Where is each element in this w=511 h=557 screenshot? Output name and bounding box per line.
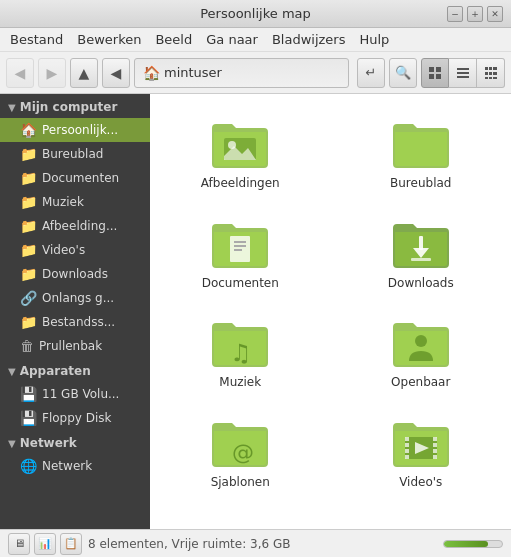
sidebar-item-files-label: Bestandss... (42, 315, 115, 329)
folder-icon-sjablonen: @ (208, 415, 272, 471)
files-icon: 📁 (20, 314, 37, 330)
sidebar-item-desktop[interactable]: 📁 Bureublad (0, 142, 150, 166)
sidebar-item-network[interactable]: 🌐 Netwerk (0, 454, 150, 478)
maximize-button[interactable]: + (467, 6, 483, 22)
file-label-sjablonen: Sjablonen (211, 475, 270, 491)
chevron-devices-icon: ▼ (8, 366, 16, 377)
trash-icon: 🗑 (20, 338, 34, 354)
svg-rect-1 (436, 67, 441, 72)
sidebar-item-vol1[interactable]: 💾 11 GB Volu... (0, 382, 150, 406)
file-item-bureublad[interactable]: Bureublad (371, 110, 471, 198)
status-text: 8 elementen, Vrije ruimte: 3,6 GB (88, 537, 437, 551)
music-folder-svg: ♫ (210, 317, 270, 369)
sidebar-item-recent-label: Onlangs g... (42, 291, 114, 305)
sidebar-section-devices[interactable]: ▼ Apparaten (0, 358, 150, 382)
view-icons-button[interactable] (421, 58, 449, 88)
sidebar-item-downloads-label: Downloads (42, 267, 108, 281)
templates-folder-svg: @ (210, 417, 270, 469)
menu-bewerken[interactable]: Bewerken (71, 30, 147, 49)
file-label-downloads: Downloads (388, 276, 454, 292)
view-list-button[interactable] (449, 58, 477, 88)
sidebar-item-pictures[interactable]: 📁 Afbeelding... (0, 214, 150, 238)
close-button[interactable]: ✕ (487, 6, 503, 22)
sidebar-item-floppy[interactable]: 💾 Floppy Disk (0, 406, 150, 430)
file-item-muziek[interactable]: ♫ Muziek (190, 309, 290, 397)
sidebar-item-trash[interactable]: 🗑 Prullenbak (0, 334, 150, 358)
videos-icon: 📁 (20, 242, 37, 258)
view-compact-button[interactable] (477, 58, 505, 88)
sidebar-item-music[interactable]: 📁 Muziek (0, 190, 150, 214)
file-area: Afbeeldingen Bureublad (150, 94, 511, 529)
svg-rect-7 (485, 67, 488, 70)
sidebar-item-downloads[interactable]: 📁 Downloads (0, 262, 150, 286)
toolbar-right: ↵ 🔍 (357, 58, 505, 88)
folder-icon-downloads (389, 216, 453, 272)
sidebar-section-network[interactable]: ▼ Netwerk (0, 430, 150, 454)
sidebar-item-files[interactable]: 📁 Bestandss... (0, 310, 150, 334)
folder-icon-openbaar (389, 315, 453, 371)
sidebar-section-network-label: Netwerk (20, 436, 77, 450)
status-bar: 🖥 📊 📋 8 elementen, Vrije ruimte: 3,6 GB (0, 529, 511, 557)
svg-point-25 (415, 335, 427, 347)
documents-folder-svg (210, 218, 270, 270)
floppy-icon: 💾 (20, 410, 37, 426)
status-icon-2[interactable]: 📊 (34, 533, 56, 555)
location-text: mintuser (164, 65, 222, 80)
file-item-videos[interactable]: Video's (371, 409, 471, 497)
file-label-afbeeldingen: Afbeeldingen (201, 176, 280, 192)
file-item-downloads[interactable]: Downloads (371, 210, 471, 298)
forward-button[interactable]: ▶ (38, 58, 66, 88)
sidebar-item-videos[interactable]: 📁 Video's (0, 238, 150, 262)
svg-rect-10 (485, 72, 488, 75)
search-button[interactable]: 🔍 (389, 58, 417, 88)
grid-icon (428, 66, 442, 80)
file-item-openbaar[interactable]: Openbaar (371, 309, 471, 397)
back-button[interactable]: ◀ (6, 58, 34, 88)
recent-icon: 🔗 (20, 290, 37, 306)
folder-icon-afbeeldingen (208, 116, 272, 172)
file-label-openbaar: Openbaar (391, 375, 450, 391)
sidebar-item-documents[interactable]: 📁 Documenten (0, 166, 150, 190)
status-icon-1[interactable]: 🖥 (8, 533, 30, 555)
pictures-folder-svg (210, 118, 270, 170)
status-progress (443, 540, 503, 548)
menu-hulp[interactable]: Hulp (353, 30, 395, 49)
svg-rect-31 (405, 455, 409, 459)
minimize-button[interactable]: − (447, 6, 463, 22)
arrow-button[interactable]: ◀ (102, 58, 130, 88)
menu-bar: Bestand Bewerken Beeld Ga naar Bladwijze… (0, 28, 511, 52)
file-item-documenten[interactable]: Documenten (190, 210, 290, 298)
svg-rect-12 (493, 72, 497, 75)
menu-beeld[interactable]: Beeld (149, 30, 198, 49)
documents-icon: 📁 (20, 170, 37, 186)
downloads-folder-svg (391, 218, 451, 270)
sidebar-item-recent[interactable]: 🔗 Onlangs g... (0, 286, 150, 310)
file-item-afbeeldingen[interactable]: Afbeeldingen (190, 110, 290, 198)
folder-icon-documenten (208, 216, 272, 272)
sidebar-item-documents-label: Documenten (42, 171, 119, 185)
menu-bestand[interactable]: Bestand (4, 30, 69, 49)
videos-folder-svg (391, 417, 451, 469)
status-icon-3[interactable]: 📋 (60, 533, 82, 555)
sidebar-section-computer-label: Mijn computer (20, 100, 118, 114)
vol1-icon: 💾 (20, 386, 37, 402)
sidebar-item-desktop-label: Bureublad (42, 147, 103, 161)
svg-text:♫: ♫ (230, 339, 252, 367)
menu-bladwijzers[interactable]: Bladwijzers (266, 30, 352, 49)
sidebar-item-pictures-label: Afbeelding... (42, 219, 117, 233)
up-button[interactable]: ▲ (70, 58, 98, 88)
svg-rect-13 (485, 77, 488, 79)
file-label-bureublad: Bureublad (390, 176, 451, 192)
title-bar: Persoonlijke map − + ✕ (0, 0, 511, 28)
svg-text:@: @ (232, 440, 254, 465)
sidebar-item-home[interactable]: 🏠 Persoonlijk... (0, 118, 150, 142)
menu-ga-naar[interactable]: Ga naar (200, 30, 264, 49)
public-folder-svg (391, 317, 451, 369)
bookmark-button[interactable]: ↵ (357, 58, 385, 88)
downloads-icon: 📁 (20, 266, 37, 282)
svg-rect-28 (405, 437, 409, 441)
sidebar-item-music-label: Muziek (42, 195, 84, 209)
file-item-sjablonen[interactable]: @ Sjablonen (190, 409, 290, 497)
sidebar-section-computer[interactable]: ▼ Mijn computer (0, 94, 150, 118)
compact-icon (484, 66, 498, 80)
